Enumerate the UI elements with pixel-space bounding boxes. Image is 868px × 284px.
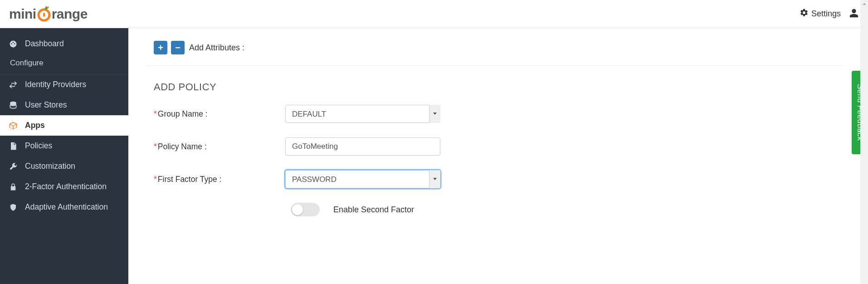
box-icon [8,121,18,130]
sidebar-item-label: Identity Providers [25,80,86,89]
minus-icon: − [175,43,180,53]
sidebar-item-label: Dashboard [25,39,64,49]
sidebar-item-label: Apps [25,121,45,130]
required-asterisk: * [154,175,157,184]
svg-rect-1 [43,13,45,17]
sidebar-item-adaptive-auth[interactable]: Adaptive Authentication [0,197,128,217]
plus-icon: + [158,43,163,53]
group-name-select[interactable]: DEFAULT [285,105,440,123]
add-attributes-row: + − Add Attributes : [128,28,868,65]
sidebar-item-label: 2-Factor Authentication [25,182,107,191]
sidebar-item-label: Customization [25,162,75,171]
shield-icon [8,203,18,211]
sidebar-item-identity-providers[interactable]: Identity Providers [0,74,128,95]
sidebar-sub-label: Configure [10,59,44,67]
row-group-name: *Group Name : DEFAULT [128,98,868,130]
swap-icon [8,80,18,89]
logo-text-range: range [52,6,88,22]
scroll-up-button[interactable] [860,0,868,8]
sidebar-item-label: User Stores [25,100,67,110]
header-right: Settings [800,8,859,20]
row-first-factor: *First Factor Type : PASSWORD [128,163,868,196]
remove-attribute-button[interactable]: − [171,41,185,54]
sidebar-item-dashboard[interactable]: Dashboard [0,34,128,54]
sidebar-item-apps[interactable]: Apps [0,115,128,136]
layout: Dashboard Configure Identity Providers U… [0,28,868,284]
required-asterisk: * [154,109,157,118]
required-asterisk: * [154,142,157,151]
database-icon [8,101,18,110]
header: mini range Settings [0,0,868,28]
settings-link[interactable]: Settings [800,8,841,20]
select-wrap-first-factor: PASSWORD [285,170,440,188]
document-icon [8,142,18,151]
sidebar-item-policies[interactable]: Policies [0,136,128,156]
main-content: + − Add Attributes : ADD POLICY *Group N… [128,28,868,284]
enable-second-factor-label: Enable Second Factor [333,205,414,215]
add-attribute-button[interactable]: + [154,41,167,54]
sidebar-sub-configure[interactable]: Configure [0,54,128,74]
sidebar-item-2fa[interactable]: 2-Factor Authentication [0,176,128,197]
label-policy-name: *Policy Name : [154,142,285,152]
policy-name-input[interactable] [285,137,440,156]
first-factor-select[interactable]: PASSWORD [285,170,440,188]
input-wrap-policy [285,137,440,156]
label-text: First Factor Type : [158,175,222,184]
add-attributes-label: Add Attributes : [189,43,244,53]
dashboard-icon [8,39,18,49]
sidebar-item-customization[interactable]: Customization [0,156,128,176]
user-icon [849,12,859,20]
settings-label: Settings [811,9,841,19]
lock-icon [8,183,18,191]
label-group-name: *Group Name : [154,109,285,119]
row-enable-second-factor: Enable Second Factor [128,196,868,224]
gear-icon [800,8,809,20]
row-policy-name: *Policy Name : [128,130,868,163]
logo: mini range [9,6,88,22]
user-menu[interactable] [849,8,859,20]
section-title: ADD POLICY [128,66,868,98]
browser-scrollbar[interactable] [860,0,868,284]
select-wrap-group: DEFAULT [285,105,440,123]
label-text: Group Name : [158,109,208,118]
sidebar-item-user-stores[interactable]: User Stores [0,95,128,115]
label-first-factor: *First Factor Type : [154,175,285,184]
logo-orange-icon [36,6,52,22]
enable-second-factor-toggle[interactable] [291,203,320,216]
wrench-icon [8,162,18,171]
sidebar-item-label: Policies [25,141,52,151]
logo-text-mini: mini [9,6,36,22]
sidebar-item-label: Adaptive Authentication [25,202,108,212]
label-text: Policy Name : [158,142,207,151]
sidebar: Dashboard Configure Identity Providers U… [0,28,128,284]
